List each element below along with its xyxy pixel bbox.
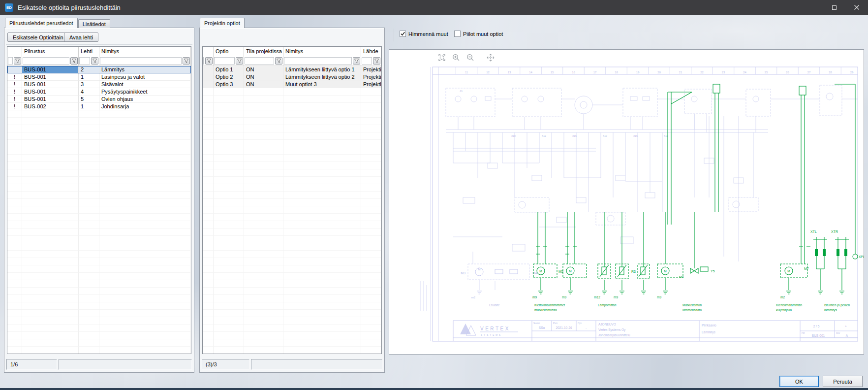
cell-lehti[interactable]: 1 (79, 103, 99, 110)
filter-input[interactable] (8, 57, 13, 65)
cell-nimitys[interactable]: Pysäytyspainikkeet (99, 88, 191, 96)
cell-mark[interactable] (203, 73, 214, 81)
zoom-in-icon[interactable] (451, 52, 462, 63)
maximize-button[interactable] (823, 0, 845, 15)
cell-lahde[interactable]: Projekti (361, 81, 381, 88)
column-header[interactable]: Lehti (79, 47, 99, 56)
filter-funnel-icon[interactable] (275, 57, 282, 65)
cell-optio[interactable]: Optio 3 (214, 81, 244, 88)
dim-others-checkbox[interactable]: Himmennä muut (400, 31, 448, 37)
preview-by-options-button[interactable]: Esikatsele Optioittain (7, 32, 69, 42)
filter-cell[interactable] (203, 56, 214, 65)
tab-lisatiedot[interactable]: Lisätiedot (78, 19, 110, 28)
options-table[interactable]: OptioTila projektissaNimitysLähdeOptio 1… (202, 46, 382, 354)
cell-lehti[interactable]: 2 (79, 66, 99, 73)
sheet-row[interactable]: !BUS-0014Pysäytyspainikkeet (7, 88, 191, 96)
sheets-table[interactable]: PiirustusLehtiNimitysBUS-0012Lämmitys!BU… (7, 46, 191, 354)
cell-mark[interactable] (7, 66, 22, 73)
filter-input[interactable] (284, 57, 352, 65)
cell-mark[interactable]: ! (7, 81, 22, 88)
filter-funnel-icon[interactable] (14, 57, 21, 65)
cell-tila[interactable]: ON (244, 73, 283, 81)
cell-piirustus[interactable]: BUS-001 (22, 88, 79, 96)
filter-cell[interactable] (244, 56, 283, 65)
cell-nimitys[interactable]: Lämmitys (99, 66, 191, 73)
cell-lahde[interactable]: Projekti (361, 66, 381, 73)
sheet-row[interactable]: !BUS-0013Sisävalot (7, 81, 191, 88)
cell-mark[interactable]: ! (7, 73, 22, 81)
cell-piirustus[interactable]: BUS-001 (22, 81, 79, 88)
column-header[interactable]: Piirustus (22, 47, 79, 56)
cell-optio[interactable]: Optio 1 (214, 66, 244, 73)
filter-input[interactable] (23, 57, 69, 65)
filter-funnel-icon[interactable] (205, 57, 213, 65)
cell-optio[interactable]: Optio 2 (214, 73, 244, 81)
cell-piirustus[interactable]: BUS-001 (22, 66, 79, 73)
cell-mark[interactable] (203, 81, 214, 88)
cell-mark[interactable] (203, 66, 214, 73)
close-button[interactable] (845, 0, 868, 15)
fit-view-icon[interactable] (436, 52, 447, 63)
filter-funnel-icon[interactable] (236, 57, 243, 65)
drawing-canvas[interactable]: 11121314151617181920212223242526272829 (389, 50, 864, 354)
option-row[interactable]: Optio 3ONMuut optiot 3Projekti (203, 81, 381, 88)
filter-cell[interactable] (22, 56, 79, 65)
cell-piirustus[interactable]: BUS-001 (22, 96, 79, 103)
filter-funnel-icon[interactable] (183, 57, 190, 65)
column-header[interactable]: Nimitys (283, 47, 361, 56)
filter-funnel-icon[interactable] (373, 57, 380, 65)
filter-funnel-icon[interactable] (353, 57, 360, 65)
zoom-out-icon[interactable] (465, 52, 476, 63)
cell-lehti[interactable]: 4 (79, 88, 99, 96)
sheet-row[interactable]: !BUS-0015Ovien ohjaus (7, 96, 191, 103)
cell-mark[interactable]: ! (7, 88, 22, 96)
ok-button[interactable]: OK (779, 376, 819, 387)
filter-funnel-icon[interactable] (70, 57, 78, 65)
filter-input[interactable] (214, 57, 235, 65)
hide-others-checkbox[interactable]: Piilot muut optiot (454, 31, 503, 37)
sheet-row[interactable]: BUS-0012Lämmitys (7, 66, 191, 73)
cell-piirustus[interactable]: BUS-002 (22, 103, 79, 110)
filter-input[interactable] (362, 57, 372, 65)
sheet-row[interactable]: !BUS-0011Lasinpesu ja valot (7, 73, 191, 81)
pan-icon[interactable] (485, 52, 496, 63)
open-sheet-button[interactable]: Avaa lehti (64, 32, 98, 42)
cell-lahde[interactable]: Projekti (361, 73, 381, 81)
column-header[interactable]: Lähde (361, 47, 381, 56)
cell-nimitys[interactable]: Muut optiot 3 (283, 81, 361, 88)
option-row[interactable]: Optio 1ONLämmitykseen liittyvä optio 1Pr… (203, 66, 381, 73)
tab-projektin-optiot[interactable]: Projektin optiot (200, 18, 245, 28)
cancel-button[interactable]: Peruuta (823, 376, 863, 387)
filter-input[interactable] (245, 57, 274, 65)
option-row[interactable]: Optio 2ONLämmitykseen liittyvä optio 2Pr… (203, 73, 381, 81)
column-header[interactable]: Nimitys (99, 47, 191, 56)
cell-nimitys[interactable]: Ovien ohjaus (99, 96, 191, 103)
filter-input[interactable] (79, 57, 90, 65)
cell-lehti[interactable]: 5 (79, 96, 99, 103)
filter-input[interactable] (100, 57, 182, 65)
cell-nimitys[interactable]: Lämmitykseen liittyvä optio 1 (283, 66, 361, 73)
cell-mark[interactable]: ! (7, 103, 22, 110)
cell-lehti[interactable]: 3 (79, 81, 99, 88)
cell-mark[interactable]: ! (7, 96, 22, 103)
cell-tila[interactable]: ON (244, 81, 283, 88)
column-header[interactable] (203, 47, 214, 56)
filter-cell[interactable] (79, 56, 99, 65)
tab-piirustuslehdet-perustiedot[interactable]: Piirustuslehdet perustiedot (5, 18, 78, 28)
filter-cell[interactable] (361, 56, 381, 65)
filter-funnel-icon[interactable] (91, 57, 98, 65)
cell-nimitys[interactable]: Sisävalot (99, 81, 191, 88)
cell-nimitys[interactable]: Lasinpesu ja valot (99, 73, 191, 81)
filter-input[interactable] (203, 57, 204, 65)
filter-cell[interactable] (214, 56, 244, 65)
filter-cell[interactable] (283, 56, 361, 65)
filter-cell[interactable] (7, 56, 22, 65)
cell-tila[interactable]: ON (244, 66, 283, 73)
cell-nimitys[interactable]: Lämmitykseen liittyvä optio 2 (283, 73, 361, 81)
cell-lehti[interactable]: 1 (79, 73, 99, 81)
sheet-row[interactable]: !BUS-0021Johdinsarja (7, 103, 191, 110)
column-header[interactable] (7, 47, 22, 56)
column-header[interactable]: Tila projektissa (244, 47, 283, 56)
cell-nimitys[interactable]: Johdinsarja (99, 103, 191, 110)
column-header[interactable]: Optio (214, 47, 244, 56)
